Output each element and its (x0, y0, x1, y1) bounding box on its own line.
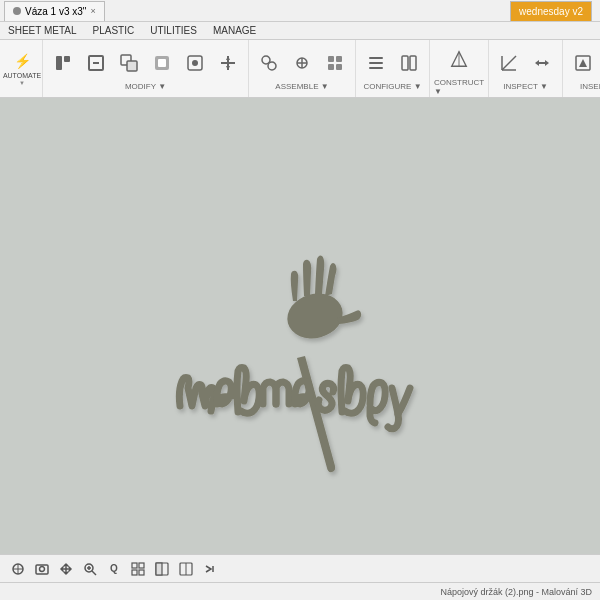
svg-rect-56 (156, 563, 162, 575)
assemble-btn-3[interactable] (319, 44, 351, 82)
tool-zoom[interactable] (80, 559, 100, 579)
insert-icon-1 (573, 53, 593, 73)
inspect-btn-2[interactable] (526, 44, 558, 82)
configure-buttons (360, 44, 425, 82)
modify-label: MODIFY ▼ (125, 82, 166, 91)
svg-rect-51 (132, 563, 137, 568)
toolbar-section-configure: CONFIGURE ▼ (356, 40, 430, 97)
configure-btn-1[interactable] (360, 44, 392, 82)
svg-marker-13 (226, 66, 230, 70)
tab-wednesday[interactable]: wednesday v2 (510, 1, 592, 21)
tool-fit[interactable]: Q (104, 559, 124, 579)
toolbar-section-inspect: INSPECT ▼ (489, 40, 563, 97)
configure-label: CONFIGURE ▼ (363, 82, 421, 91)
modify-btn-2[interactable] (80, 44, 112, 82)
svg-marker-35 (545, 60, 549, 66)
status-bar: Nápojový držák (2).png - Malování 3D (0, 582, 600, 600)
assemble-buttons (253, 44, 351, 82)
svg-rect-20 (336, 56, 342, 62)
inspect-label: INSPECT ▼ (503, 82, 548, 91)
modify-icon-1 (53, 53, 73, 73)
configure-btn-2[interactable] (393, 44, 425, 82)
tab-vaza-label: Váza 1 v3 x3" (25, 6, 86, 17)
automate-drop: ▼ (19, 80, 25, 86)
tool-camera[interactable] (32, 559, 52, 579)
automate-icon: ⚡ (12, 52, 32, 71)
title-bar: Váza 1 v3 x3" × wednesday v2 (0, 0, 600, 22)
menu-utilities[interactable]: UTILITIES (146, 25, 201, 36)
svg-marker-37 (579, 59, 587, 67)
assemble-icon-1 (259, 53, 279, 73)
svg-rect-25 (369, 67, 383, 69)
svg-rect-7 (158, 59, 166, 67)
menu-sheet-metal[interactable]: SHEET METAL (4, 25, 81, 36)
inspect-icon-1 (499, 53, 519, 73)
svg-rect-21 (328, 64, 334, 70)
inspect-btn-1[interactable] (493, 44, 525, 82)
svg-rect-23 (369, 57, 383, 59)
automate-btn[interactable]: ⚡ AUTOMATE ▼ (6, 50, 38, 88)
inspect-icon-2 (532, 53, 552, 73)
svg-rect-26 (402, 56, 408, 70)
automate-buttons: ⚡ AUTOMATE ▼ (6, 50, 38, 88)
svg-point-46 (40, 566, 45, 571)
modify-icon-4 (152, 53, 172, 73)
assemble-icon-2 (292, 53, 312, 73)
configure-icon-1 (366, 53, 386, 73)
svg-marker-12 (226, 56, 230, 60)
title-bar-right: wednesday v2 (510, 1, 596, 21)
tab-vaza[interactable]: Váza 1 v3 x3" × (4, 1, 105, 21)
assemble-btn-2[interactable] (286, 44, 318, 82)
construct-icon-1 (449, 49, 469, 69)
svg-line-48 (92, 571, 96, 575)
svg-rect-1 (64, 56, 70, 62)
svg-rect-5 (127, 61, 137, 71)
title-bar-left: Váza 1 v3 x3" × (4, 1, 510, 21)
bottom-toolbar: Q (0, 554, 600, 582)
tab-wednesday-label: wednesday v2 (519, 6, 583, 17)
insert-buttons: A (567, 44, 600, 82)
bottom-tools-left: Q (8, 559, 220, 579)
modify-btn-1[interactable] (47, 44, 79, 82)
menu-manage[interactable]: MANAGE (209, 25, 260, 36)
svg-rect-53 (132, 570, 137, 575)
insert-btn-1[interactable] (567, 44, 599, 82)
tool-view[interactable] (152, 559, 172, 579)
construct-buttons (443, 40, 475, 78)
svg-rect-52 (139, 563, 144, 568)
modify-icon-2 (86, 53, 106, 73)
tool-display[interactable] (176, 559, 196, 579)
menu-plastic[interactable]: PLASTIC (89, 25, 139, 36)
svg-rect-0 (56, 56, 62, 70)
automate-label: AUTOMATE (3, 72, 41, 79)
tab-vaza-close[interactable]: × (90, 6, 95, 16)
tool-next[interactable] (200, 559, 220, 579)
tool-grid[interactable] (128, 559, 148, 579)
modify-btn-5[interactable] (179, 44, 211, 82)
tool-pan[interactable] (56, 559, 76, 579)
modify-btn-6[interactable] (212, 44, 244, 82)
assemble-btn-1[interactable] (253, 44, 285, 82)
toolbar-section-insert: A INSERT ▼ (563, 40, 600, 97)
modify-btn-3[interactable] (113, 44, 145, 82)
inspect-buttons (493, 44, 558, 82)
construct-btn-1[interactable] (443, 40, 475, 78)
app-container: Váza 1 v3 x3" × wednesday v2 SHEET METAL… (0, 0, 600, 600)
modify-buttons (47, 44, 244, 82)
modify-icon-5 (185, 53, 205, 73)
tool-home[interactable] (8, 559, 28, 579)
svg-rect-24 (369, 62, 383, 64)
modify-icon-6 (218, 53, 238, 73)
modify-icon-3 (119, 53, 139, 73)
canvas-area[interactable] (0, 98, 600, 554)
assemble-icon-3 (325, 53, 345, 73)
status-text: Nápojový držák (2).png - Malování 3D (440, 587, 592, 597)
tab-icon-vaza (13, 7, 21, 15)
toolbar-section-modify: MODIFY ▼ (43, 40, 249, 97)
main-content: Q Nápojový držák (2).png - Malování 3D (0, 98, 600, 600)
toolbar-section-construct: CONSTRUCT ▼ (430, 40, 489, 97)
modify-btn-4[interactable] (146, 44, 178, 82)
svg-rect-54 (139, 570, 144, 575)
toolbar-section-automate: ⚡ AUTOMATE ▼ (2, 40, 43, 97)
construct-label: CONSTRUCT ▼ (434, 78, 484, 96)
